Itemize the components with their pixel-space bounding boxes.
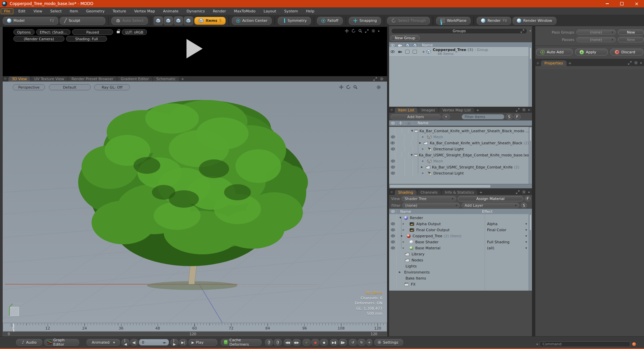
layer-name[interactable]: Alpha Output — [416, 222, 441, 226]
eye-icon[interactable] — [390, 50, 395, 53]
camera-icon[interactable] — [398, 50, 402, 53]
auto-add-button[interactable]: + Auto Add — [536, 49, 573, 55]
group-checkbox[interactable] — [405, 50, 410, 54]
properties-gear-icon[interactable] — [634, 61, 638, 65]
preview-panel-arrow-icon[interactable]: ▸ — [378, 29, 380, 33]
preview-effect-button[interactable]: Effect: (Shadi... — [36, 29, 71, 35]
polygons-mode-button[interactable] — [174, 16, 183, 25]
viewport-tab-gear-icon[interactable] — [380, 77, 384, 81]
assign-material-button[interactable]: Assign Material — [458, 196, 523, 201]
workplane-button[interactable]: WorkPlane — [436, 17, 471, 25]
item-label[interactable]: Directional Light — [433, 147, 464, 151]
tab-properties[interactable]: Properties — [541, 60, 567, 66]
action-center-button[interactable]: Action Center — [232, 17, 272, 25]
eye-icon[interactable] — [391, 222, 395, 226]
shader-row-base-shader[interactable]: ▪ Base Shader Full Shading ▾ — [389, 239, 529, 245]
item-list-arrow-icon[interactable]: ▸ — [528, 108, 530, 111]
item-row-group-2[interactable]: ▶ Ka_Bar_USMC_Straight_Edge_Combat_Knife… — [389, 164, 529, 170]
shader-row-lights[interactable]: Lights — [389, 263, 529, 269]
right-panel-divider[interactable] — [532, 26, 535, 336]
item-list-name-column[interactable]: Name — [418, 121, 428, 125]
expand-toggle[interactable]: ▶ — [420, 166, 424, 168]
preview-pan-icon[interactable] — [345, 29, 349, 33]
tab-channels[interactable]: Channels — [417, 190, 441, 195]
properties-arrow-icon[interactable]: ▸ — [640, 61, 642, 64]
previous-key-button[interactable]: ◀◆ — [284, 339, 292, 346]
tab-images[interactable]: Images — [418, 108, 438, 113]
discard-button[interactable]: ✕ Discard — [610, 49, 643, 55]
eye-icon[interactable] — [391, 147, 395, 151]
perspective-button[interactable]: Perspective — [13, 84, 45, 90]
menu-dynamics[interactable]: Dynamics — [183, 8, 208, 14]
item-row-light-1[interactable]: ▪ Directional Light — [389, 146, 529, 152]
vertices-mode-button[interactable] — [154, 16, 163, 25]
menu-layout[interactable]: Layout — [260, 8, 279, 14]
eye-icon[interactable] — [391, 165, 395, 169]
menu-select[interactable]: Select — [47, 8, 65, 14]
layer-name[interactable]: Lights — [406, 264, 417, 268]
add-layer-dropdown[interactable]: Add Layer ▾ — [462, 203, 519, 208]
item-label[interactable]: Ka_Bar_USMC_Straight_Edge_Combat_Knife_m… — [419, 153, 529, 157]
falloff-button[interactable]: Falloff — [317, 17, 342, 25]
effect-caret-icon[interactable]: ▾ — [525, 240, 527, 244]
command-history-icon[interactable] — [632, 342, 636, 346]
item-label[interactable]: Ka_Bar_USMC_Straight_Edge_Combat_Knife — [432, 165, 513, 169]
shader-row-copperpod-tree[interactable]: ▶ Copperpod_Tree (2) (Item) ▾ — [389, 233, 529, 239]
shading-scrollbar[interactable] — [529, 214, 532, 291]
expand-toggle[interactable]: ▶ — [400, 235, 404, 237]
groups-scrollbar[interactable] — [529, 47, 532, 107]
next-key-button[interactable]: ◆▶ — [292, 339, 301, 346]
raygl-button[interactable]: Ray GL: Off — [94, 84, 130, 90]
passes-dropdown[interactable]: (none) ▾ — [576, 37, 616, 42]
timeline-ruler[interactable]: 0 12 24 36 48 60 72 84 96 108 120 0 — [3, 323, 387, 332]
render-visibility-column-icon[interactable] — [398, 44, 402, 47]
item-list-hscrollbar[interactable] — [389, 184, 532, 188]
tab-item-list[interactable]: Item List — [395, 108, 418, 113]
collapse-toggle[interactable]: ▼ — [411, 154, 413, 156]
item-row-group-1[interactable]: ▶ Ka_Bar_Combat_Knife_with_Leather_Sheat… — [389, 140, 529, 146]
effect-caret-icon[interactable]: ▾ — [525, 246, 527, 250]
layer-name[interactable]: Base Material — [415, 246, 440, 250]
shading-effect-column[interactable]: Effect — [482, 209, 493, 214]
preview-paused-button[interactable]: Paused — [72, 29, 113, 35]
transform-column-icon[interactable] — [399, 121, 402, 125]
menu-file[interactable]: File — [1, 8, 13, 14]
s-button[interactable]: S — [521, 203, 527, 208]
visibility-column-icon[interactable] — [391, 121, 395, 125]
commit-button[interactable]: ✓ — [303, 339, 311, 346]
effect-value[interactable]: (all) — [487, 246, 494, 250]
go-to-start-button[interactable]: |◀ — [121, 339, 129, 346]
menu-maxtomodo[interactable]: MaxToModo — [231, 8, 259, 14]
group-type-column-icon[interactable] — [406, 43, 410, 47]
eye-icon[interactable] — [391, 228, 395, 232]
menu-render[interactable]: Render — [209, 8, 229, 14]
maximize-button[interactable] — [614, 0, 629, 7]
preview-rotate-icon[interactable] — [352, 29, 356, 33]
timeline-range-bar[interactable]: 0 120 120 — [3, 332, 387, 336]
panel-menu-icon[interactable] — [390, 109, 393, 112]
add-channel-button[interactable]: + — [366, 339, 372, 346]
menu-help[interactable]: Help — [303, 8, 318, 14]
effect-caret-icon[interactable]: ▾ — [525, 228, 527, 232]
eye-icon[interactable] — [391, 246, 395, 250]
auto-select-button[interactable]: Auto Select — [111, 17, 148, 25]
tab-render-preset-browser[interactable]: Render Preset Browser — [68, 77, 117, 82]
sculpt-mode-button[interactable]: ╱ Sculpt — [60, 17, 105, 25]
add-item-caret-button[interactable]: ▾ — [442, 114, 450, 119]
loop-backward-button[interactable]: ↺ — [349, 339, 357, 346]
panel-menu-icon[interactable] — [4, 78, 7, 81]
preview-options-button[interactable]: Options — [13, 29, 35, 35]
loop-forward-button[interactable]: ↻ — [358, 339, 366, 346]
item-label[interactable]: Mesh — [433, 159, 443, 163]
snapping-button[interactable]: Snapping — [349, 17, 381, 25]
shading-expand-icon[interactable] — [516, 190, 520, 194]
tab-schematic[interactable]: Schematic — [153, 77, 179, 82]
tab-uv-texture-view[interactable]: UV Texture View — [31, 77, 67, 82]
tab-3d-view[interactable]: 3D View — [8, 77, 30, 82]
menu-vertex-map[interactable]: Vertex Map — [131, 8, 158, 14]
eye-icon[interactable] — [391, 135, 395, 139]
model-mode-button[interactable]: Model F2 — [3, 17, 58, 25]
panel-menu-icon[interactable] — [390, 191, 393, 194]
record-button[interactable]: ● — [311, 339, 319, 346]
eye-icon[interactable] — [390, 141, 395, 145]
